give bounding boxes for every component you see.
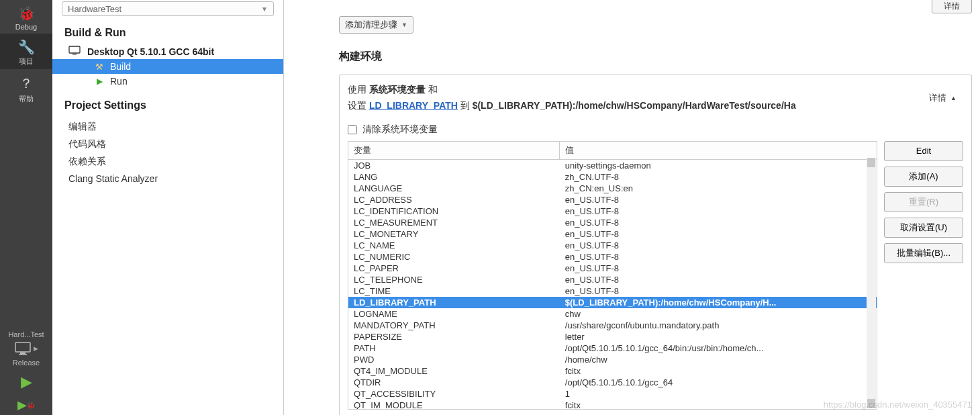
- unset-button[interactable]: 取消设置(U): [884, 218, 963, 238]
- table-row[interactable]: LC_NUMERICen_US.UTF-8: [348, 251, 877, 263]
- monitor-icon: ▶: [1, 341, 51, 356]
- table-scrollbar[interactable]: [867, 158, 876, 408]
- table-row[interactable]: QT_ACCESSIBILITY1: [348, 388, 877, 400]
- env-var-name: LC_NAME: [348, 240, 560, 251]
- hammer-icon: ⚒: [93, 62, 106, 72]
- mode-selector-bar: 🐞 Debug 🔧 项目 ？ 帮助 Hard...Test ▶ Release …: [0, 0, 52, 415]
- clear-env-checkbox[interactable]: [348, 125, 357, 134]
- env-var-value: $(LD_LIBRARY_PATH):/home/chw/HSCompany/H…: [560, 297, 877, 308]
- table-row[interactable]: LD_LIBRARY_PATH$(LD_LIBRARY_PATH):/home/…: [348, 297, 877, 308]
- env-var-value: fcitx: [560, 400, 877, 410]
- scrollbar-down-icon[interactable]: [867, 399, 875, 408]
- col-value[interactable]: 值: [560, 142, 877, 160]
- add-clean-step-label: 添加清理步骤: [345, 19, 397, 31]
- col-variable[interactable]: 变量: [348, 142, 560, 160]
- table-row[interactable]: QT_IM_MODULEfcitx: [348, 400, 877, 410]
- env-var-name: QTDIR: [348, 377, 560, 388]
- mode-debug[interactable]: 🐞 Debug: [0, 0, 52, 34]
- env-var-value: en_US.UTF-8: [560, 205, 877, 217]
- ld-library-path-link[interactable]: LD_LIBRARY_PATH: [369, 100, 458, 111]
- table-row[interactable]: LC_TIMEen_US.UTF-8: [348, 285, 877, 297]
- env-var-value: fcitx: [560, 365, 877, 377]
- table-row[interactable]: LC_TELEPHONEen_US.UTF-8: [348, 274, 877, 285]
- env-var-value: /opt/Qt5.10.1/5.10.1/gcc_64/bin:/usr/bin…: [560, 342, 877, 354]
- batch-edit-button[interactable]: 批量编辑(B)...: [884, 243, 963, 263]
- table-row[interactable]: LC_ADDRESSen_US.UTF-8: [348, 194, 877, 205]
- env-var-value: en_US.UTF-8: [560, 240, 877, 251]
- kit-label: Desktop Qt 5.10.1 GCC 64bit: [87, 46, 214, 57]
- tree-build-label: Build: [110, 61, 131, 72]
- svg-rect-0: [15, 342, 30, 352]
- env-var-name: QT4_IM_MODULE: [348, 365, 560, 377]
- scrollbar-up-icon[interactable]: [867, 158, 875, 167]
- kit-selector[interactable]: Hard...Test ▶ Release: [0, 328, 52, 369]
- env-var-name: LOGNAME: [348, 308, 560, 320]
- mode-debug-label: Debug: [15, 23, 37, 31]
- table-row[interactable]: LANGzh_CN.UTF-8: [348, 171, 877, 183]
- tree-item-build[interactable]: ⚒ Build: [52, 59, 283, 74]
- kit-row[interactable]: Desktop Qt 5.10.1 GCC 64bit: [68, 46, 283, 57]
- settings-dependencies[interactable]: 依赖关系: [68, 153, 283, 171]
- table-row[interactable]: PAPERSIZEletter: [348, 331, 877, 342]
- table-row[interactable]: LANGUAGEzh_CN:en_US:en: [348, 183, 877, 194]
- table-row[interactable]: LC_MEASUREMENTen_US.UTF-8: [348, 217, 877, 228]
- table-row[interactable]: LC_NAMEen_US.UTF-8: [348, 240, 877, 251]
- settings-clang[interactable]: Clang Static Analyzer: [68, 171, 283, 187]
- table-row[interactable]: PWD/home/chw: [348, 354, 877, 365]
- env-var-name: LC_ADDRESS: [348, 194, 560, 205]
- build-env-heading: 构建环境: [339, 50, 972, 64]
- table-row[interactable]: QT4_IM_MODULEfcitx: [348, 365, 877, 377]
- settings-list: 编辑器 代码风格 依赖关系 Clang Static Analyzer: [68, 118, 283, 187]
- env-var-value: en_US.UTF-8: [560, 263, 877, 274]
- project-combo[interactable]: HardwareTest ▼: [62, 1, 274, 16]
- project-settings-heading: Project Settings: [64, 99, 271, 111]
- monitor-icon: [68, 46, 81, 57]
- edit-button[interactable]: Edit: [884, 141, 963, 161]
- env-var-name: QT_ACCESSIBILITY: [348, 388, 560, 400]
- bug-icon: 🐞: [18, 5, 35, 21]
- env-var-value: zh_CN:en_US:en: [560, 183, 877, 194]
- mode-projects[interactable]: 🔧 项目: [0, 34, 52, 69]
- main-panel: 详情 添加清理步骤 ▼ 构建环境 使用 系统环境变量 和 设置 LD_LIBRA…: [284, 0, 980, 415]
- env-var-name: LC_TIME: [348, 285, 560, 297]
- env-table: 变量 值 JOBunity-settings-daemonLANGzh_CN.U…: [348, 142, 877, 410]
- build-env-box: 使用 系统环境变量 和 设置 LD_LIBRARY_PATH 到 $(LD_LI…: [339, 75, 972, 415]
- table-row[interactable]: JOBunity-settings-daemon: [348, 159, 877, 171]
- tree-item-run[interactable]: ▶ Run: [52, 74, 283, 89]
- table-row[interactable]: LC_MONETARYen_US.UTF-8: [348, 228, 877, 240]
- env-var-name: LC_MEASUREMENT: [348, 217, 560, 228]
- run-button[interactable]: ▶: [0, 369, 52, 395]
- top-details-button[interactable]: 详情: [932, 0, 972, 13]
- table-row[interactable]: QTDIR/opt/Qt5.10.1/5.10.1/gcc_64: [348, 377, 877, 388]
- env-var-name: LD_LIBRARY_PATH: [348, 297, 560, 308]
- reset-button[interactable]: 重置(R): [884, 192, 963, 212]
- env-var-value: 1: [560, 388, 877, 400]
- env-var-name: LANGUAGE: [348, 183, 560, 194]
- env-var-name: LC_PAPER: [348, 263, 560, 274]
- kit-name-label: Hard...Test: [1, 330, 51, 338]
- env-var-name: PAPERSIZE: [348, 331, 560, 342]
- table-row[interactable]: MANDATORY_PATH/usr/share/gconf/ubuntu.ma…: [348, 320, 877, 331]
- add-clean-step-button[interactable]: 添加清理步骤 ▼: [339, 16, 413, 34]
- settings-codestyle[interactable]: 代码风格: [68, 136, 283, 153]
- run-debug-button[interactable]: ▶🐞: [0, 395, 52, 415]
- mode-help[interactable]: ？ 帮助: [0, 69, 52, 107]
- env-var-value: en_US.UTF-8: [560, 285, 877, 297]
- table-row[interactable]: LOGNAMEchw: [348, 308, 877, 320]
- build-config-label: Release: [1, 359, 51, 367]
- env-var-value: /usr/share/gconf/ubuntu.mandatory.path: [560, 320, 877, 331]
- table-row[interactable]: LC_IDENTIFICATIONen_US.UTF-8: [348, 205, 877, 217]
- env-var-name: PATH: [348, 342, 560, 354]
- add-button[interactable]: 添加(A): [884, 167, 963, 187]
- chevron-down-icon: ▼: [401, 21, 407, 28]
- settings-editor[interactable]: 编辑器: [68, 118, 283, 136]
- env-var-value: en_US.UTF-8: [560, 251, 877, 263]
- table-row[interactable]: LC_PAPERen_US.UTF-8: [348, 263, 877, 274]
- env-var-name: QT_IM_MODULE: [348, 400, 560, 410]
- env-var-name: LC_NUMERIC: [348, 251, 560, 263]
- env-summary: 使用 系统环境变量 和 设置 LD_LIBRARY_PATH 到 $(LD_LI…: [348, 82, 922, 114]
- env-var-name: LANG: [348, 171, 560, 183]
- env-var-value: en_US.UTF-8: [560, 228, 877, 240]
- table-row[interactable]: PATH/opt/Qt5.10.1/5.10.1/gcc_64/bin:/usr…: [348, 342, 877, 354]
- details-toggle[interactable]: 详情 ▲: [922, 82, 963, 114]
